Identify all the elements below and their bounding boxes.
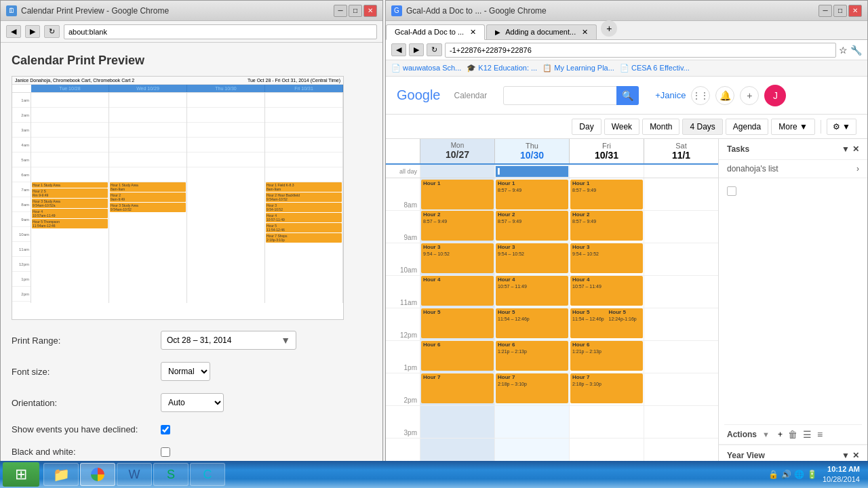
gcal-tab-2[interactable]: ▶ Adding a document... ✕	[486, 24, 597, 39]
fri-event-5b[interactable]: Hour 5 12:24p-1:16p	[607, 308, 644, 338]
time-11am: 11am	[386, 276, 420, 308]
thu-event-4[interactable]: Hour 4 10:57 – 11:49	[496, 276, 568, 306]
gcal-url-input[interactable]	[445, 43, 836, 58]
thu-event-2[interactable]: Hour 2 8:57 – 9:49	[496, 211, 568, 241]
taskbar-explorer-btn[interactable]: 📁	[43, 463, 79, 486]
back-button[interactable]: ◀	[6, 25, 21, 38]
preview-event-f1: Hour 1 Field K-8.38am-9am	[266, 182, 342, 192]
time-5am: 5am	[12, 152, 31, 167]
gcal-logo: Google	[397, 87, 441, 103]
mon-event-6[interactable]: Hour 6	[421, 341, 494, 371]
day-num-sat: 11/1	[647, 150, 715, 161]
apps-icon[interactable]: ⋮⋮	[691, 86, 710, 105]
user-avatar[interactable]: J	[764, 85, 786, 106]
gcal-refresh-btn[interactable]: ↻	[427, 43, 442, 56]
tab-close-icon-2[interactable]: ✕	[582, 28, 588, 36]
gcal-forward-btn[interactable]: ▶	[409, 43, 424, 56]
black-white-control	[161, 447, 170, 457]
mon-event-4[interactable]: Hour 4	[421, 276, 494, 306]
view-agenda-btn[interactable]: Agenda	[726, 119, 768, 135]
new-tab-icon[interactable]: +	[601, 20, 617, 37]
fri-event-7[interactable]: Hour 7 2:18p – 3:10p	[570, 373, 643, 403]
date-range-dropdown[interactable]: Oct 28 – 31, 2014 ▼	[161, 331, 296, 350]
show-declined-checkbox[interactable]	[161, 425, 170, 434]
bookmark-3[interactable]: 📋 My Learning Pla...	[542, 64, 614, 73]
font-size-select[interactable]: Normal Small Large	[161, 362, 210, 381]
show-declined-control	[161, 425, 170, 434]
more-task-icon[interactable]: ≡	[817, 429, 823, 440]
close-button[interactable]: ✕	[363, 5, 377, 17]
gcal-search-button[interactable]: 🔍	[616, 86, 639, 105]
year-view-expand-icon[interactable]: ▼	[842, 451, 850, 460]
task-checkbox-1[interactable]	[727, 186, 736, 196]
fri-event-1[interactable]: Hour 1 8:57 – 9:49	[570, 180, 643, 209]
thu-event-5[interactable]: Hour 5 11:54 – 12:46p	[496, 308, 568, 338]
fri-event-4[interactable]: Hour 4 10:57 – 11:49	[570, 276, 643, 306]
settings-gear-btn[interactable]: ⚙ ▼	[827, 119, 856, 135]
tab-close-icon-1[interactable]: ✕	[470, 28, 476, 36]
preview-event-5: Hour 5 Thompson11:54am-12:46	[32, 219, 108, 228]
taskbar: ⊞ 📁 W S C 🔒 🔊 🌐 🔋 10:12 AM 10/28/2014	[0, 461, 868, 488]
cal-day-col-2	[187, 93, 265, 303]
tasks-expand-icon[interactable]: ▼	[842, 144, 850, 154]
fri-event-2[interactable]: Hour 2 8:57 – 9:49	[570, 211, 643, 241]
view-day-btn[interactable]: Day	[572, 119, 601, 135]
mon-event-5[interactable]: Hour 5	[421, 308, 494, 338]
gcal-extensions-btn[interactable]: 🔧	[850, 45, 862, 56]
all-day-row: all day ▌	[386, 165, 718, 178]
fri-event-3[interactable]: Hour 3 9:54 – 10:52	[570, 243, 643, 273]
mon-event-2[interactable]: Hour 2 8:57 – 9:49	[421, 211, 494, 241]
address-input[interactable]	[64, 24, 377, 39]
black-white-label: Black and white:	[12, 447, 161, 457]
black-white-checkbox[interactable]	[161, 447, 170, 457]
maximize-button[interactable]: □	[349, 5, 362, 17]
thu-event-1[interactable]: Hour 1 8:57 – 9:49	[496, 180, 568, 209]
mon-event-1[interactable]: Hour 1	[421, 180, 494, 209]
day-header-mon: Mon 10/27	[420, 139, 494, 163]
minimize-button[interactable]: ─	[334, 5, 347, 17]
taskbar-camtasia-btn[interactable]: C	[190, 463, 225, 486]
gcal-minimize-btn[interactable]: ─	[818, 5, 832, 17]
all-day-event[interactable]: ▌	[496, 166, 568, 177]
start-button[interactable]: ⊞	[3, 462, 39, 487]
forward-button[interactable]: ▶	[25, 25, 40, 38]
view-4days-btn[interactable]: 4 Days	[682, 119, 722, 135]
gcal-star-icon[interactable]: ☆	[839, 45, 848, 56]
tasks-close-icon[interactable]: ✕	[852, 144, 859, 154]
actions-dropdown-icon[interactable]: ▼	[762, 430, 770, 439]
list-view-icon[interactable]: ☰	[803, 429, 812, 440]
time-6am: 6am	[12, 167, 31, 182]
gcal-username[interactable]: +Janice	[655, 90, 686, 100]
taskbar-snagit-btn[interactable]: S	[153, 463, 189, 486]
gcal-maximize-btn[interactable]: □	[833, 5, 847, 17]
bookmark-1[interactable]: 📄 wauwatosa Sch...	[391, 64, 461, 73]
thu-event-7[interactable]: Hour 7 2:18p – 3:10p	[496, 373, 568, 403]
notification-bell-icon[interactable]: 🔔	[715, 86, 734, 105]
bookmark-2[interactable]: 🎓 K12 Education: ...	[467, 64, 537, 73]
orientation-row: Orientation: Auto Portrait Landscape	[12, 393, 372, 412]
gcal-tab-1[interactable]: Gcal-Add a Doc to ... ✕	[386, 24, 485, 40]
orientation-select[interactable]: Auto Portrait Landscape	[161, 393, 224, 412]
cal-meta-right: Tue Oct 28 - Fri Oct 31, 2014 (Central T…	[248, 78, 340, 83]
add-task-icon[interactable]: +	[778, 430, 783, 439]
mon-event-7[interactable]: Hour 7	[421, 373, 494, 403]
view-month-btn[interactable]: Month	[642, 119, 679, 135]
bookmark-4[interactable]: 📄 CESA 6 Effectiv...	[620, 64, 690, 73]
delete-task-icon[interactable]: 🗑	[788, 429, 797, 440]
taskbar-word-btn[interactable]: W	[117, 463, 152, 486]
view-week-btn[interactable]: Week	[604, 119, 639, 135]
thu-event-6[interactable]: Hour 6 1:21p – 2:13p	[496, 341, 568, 371]
gcal-back-btn[interactable]: ◀	[391, 43, 406, 56]
thu-event-3[interactable]: Hour 3 9:54 – 10:52	[496, 243, 568, 273]
refresh-button[interactable]: ↻	[44, 25, 60, 38]
gcal-close-btn[interactable]: ✕	[848, 5, 862, 17]
tasks-chevron-right-icon[interactable]: ›	[856, 164, 859, 174]
date-range-value: Oct 28 – 31, 2014	[167, 336, 281, 345]
add-icon[interactable]: +	[740, 86, 759, 105]
taskbar-chrome-btn[interactable]	[80, 463, 115, 486]
fri-event-6[interactable]: Hour 6 1:21p – 2:13p	[570, 341, 643, 371]
mon-event-3[interactable]: Hour 3 9:54 – 10:52	[421, 243, 494, 273]
view-more-btn[interactable]: More ▼	[771, 119, 815, 135]
day-num-fri: 10/31	[572, 150, 641, 161]
year-view-close-icon[interactable]: ✕	[852, 451, 859, 460]
